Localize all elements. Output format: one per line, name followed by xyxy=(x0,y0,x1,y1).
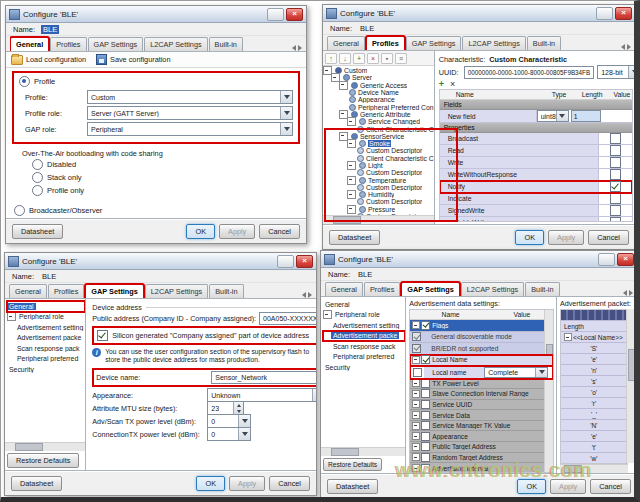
help-button[interactable] xyxy=(267,8,284,21)
tree-item[interactable]: Humidity xyxy=(323,191,434,198)
packet-row[interactable]: 'S' xyxy=(561,343,627,354)
titlebar[interactable]: Configure 'BLE' × xyxy=(323,5,635,22)
packet-row[interactable]: 'r' xyxy=(561,398,627,409)
property-checkbox[interactable] xyxy=(610,193,621,204)
tree-toolbar-icon[interactable]: × xyxy=(367,53,379,64)
help-button[interactable] xyxy=(277,255,294,268)
field-type-select[interactable]: uint8 xyxy=(537,110,569,122)
name-input[interactable]: BLE xyxy=(41,25,59,34)
packet-row[interactable]: 'e' xyxy=(561,431,627,442)
packet-row[interactable]: 'n' xyxy=(561,365,627,376)
adv-checkbox[interactable] xyxy=(421,321,430,330)
tree-item[interactable]: Generic Attribute xyxy=(323,111,434,118)
apply-button[interactable]: Apply xyxy=(548,230,584,245)
tree-item[interactable]: Generic Access xyxy=(323,82,434,89)
radio-icon[interactable] xyxy=(32,159,43,170)
property-row[interactable]: Indicate xyxy=(440,193,633,205)
save-configuration-button[interactable]: Save configuration xyxy=(96,54,170,65)
property-checkbox[interactable] xyxy=(610,181,621,192)
chevron-down-icon[interactable] xyxy=(238,428,250,440)
expander-icon[interactable] xyxy=(412,356,420,364)
tree-item[interactable]: Service Changed xyxy=(323,118,434,125)
tab[interactable]: Profiles xyxy=(48,284,84,298)
radio-option[interactable]: Disabled xyxy=(32,158,306,171)
tree-item[interactable]: Custom Descriptor xyxy=(323,184,434,191)
radio-icon[interactable] xyxy=(32,172,43,183)
radio-option[interactable]: Profile only xyxy=(32,184,306,197)
adv-row[interactable]: Flags xyxy=(410,320,553,332)
tree-item[interactable]: Peripheral preferred xyxy=(323,352,405,363)
packet-row[interactable]: 's' xyxy=(561,376,627,387)
uuid-input[interactable]: 00000000-0000-1000-8000-00805F9B34FB xyxy=(464,66,595,79)
adv-checkbox[interactable] xyxy=(412,344,421,353)
mtu-value[interactable]: 23 xyxy=(208,402,233,414)
adv-checkbox[interactable] xyxy=(421,389,430,398)
load-configuration-button[interactable]: Load configuration xyxy=(11,55,86,65)
expander-icon[interactable] xyxy=(347,161,356,170)
tree-toolbar-icon[interactable]: + xyxy=(353,53,365,64)
scrollbar-thumb[interactable] xyxy=(628,349,635,381)
chevron-down-icon[interactable] xyxy=(280,91,292,103)
tree-item[interactable]: Custom Descriptor xyxy=(323,169,434,176)
broadcaster-radio[interactable] xyxy=(14,205,25,216)
cancel-button[interactable]: Cancel xyxy=(590,479,631,494)
adv-checkbox[interactable] xyxy=(421,355,430,364)
tree-item[interactable]: Client Characteristic C xyxy=(323,155,434,162)
tab[interactable]: L2CAP Settings xyxy=(461,282,524,296)
tree-item[interactable]: Custom Descriptor xyxy=(323,147,434,154)
tree-item[interactable]: Temperature xyxy=(323,176,434,183)
tree-item[interactable]: Scan response pack xyxy=(323,341,405,352)
packet-row[interactable]: 'e' xyxy=(561,354,627,365)
tree-item[interactable]: Peripheral role xyxy=(7,312,85,323)
expander-icon[interactable] xyxy=(347,117,356,126)
close-button[interactable]: × xyxy=(286,8,303,21)
adv-row[interactable]: Local Name xyxy=(410,355,553,367)
profile-radio[interactable] xyxy=(19,76,30,87)
vertical-scrollbar[interactable] xyxy=(544,310,553,472)
tab[interactable]: Built-in xyxy=(527,36,561,50)
horizontal-scrollbar[interactable] xyxy=(323,215,434,224)
adv-row[interactable]: Service UUID xyxy=(410,400,553,411)
adv-checkbox[interactable] xyxy=(421,400,430,409)
property-checkbox[interactable] xyxy=(610,217,621,222)
chevron-down-icon[interactable] xyxy=(628,66,635,78)
add-field-icon[interactable]: + xyxy=(439,79,444,89)
restore-defaults-button[interactable]: Restore Defaults xyxy=(323,458,382,471)
adv-value-select[interactable]: Complete xyxy=(484,367,548,378)
chevron-down-icon[interactable] xyxy=(280,107,292,119)
ok-button[interactable]: OK xyxy=(515,230,544,245)
combo-select[interactable]: Server (GATT Server) xyxy=(87,106,293,120)
properties-group-row[interactable]: Properties xyxy=(440,123,633,133)
tab[interactable]: L2CAP Settings xyxy=(144,37,207,51)
tab[interactable]: Built-in xyxy=(525,282,559,296)
tree-item[interactable]: Security xyxy=(323,362,405,373)
adv-checkbox[interactable] xyxy=(413,368,422,377)
vertical-scrollbar[interactable] xyxy=(626,309,635,463)
expander-icon[interactable] xyxy=(412,422,420,430)
expander-icon[interactable] xyxy=(412,432,420,440)
cancel-button[interactable]: Cancel xyxy=(269,476,310,491)
close-button[interactable]: × xyxy=(615,7,632,20)
adv-checkbox[interactable] xyxy=(412,332,421,341)
expander-icon[interactable] xyxy=(347,205,356,214)
packet-row[interactable]: Length xyxy=(561,321,627,332)
property-row[interactable]: Notify xyxy=(440,181,633,193)
cancel-button[interactable]: Cancel xyxy=(588,230,629,245)
adv-row[interactable]: BR/EDR not supported xyxy=(410,343,553,355)
tree-item[interactable]: Security xyxy=(7,364,85,375)
device-name-input[interactable]: Sensor_Network xyxy=(211,371,316,384)
tree-item[interactable]: Scan response pack xyxy=(7,343,85,354)
adv-checkbox[interactable] xyxy=(421,379,430,388)
tab[interactable]: Profiles xyxy=(50,37,86,51)
datasheet-button[interactable]: Datasheet xyxy=(329,230,380,245)
expander-icon[interactable] xyxy=(339,81,348,90)
adv-row[interactable]: TX Power Level xyxy=(410,379,553,390)
apply-button[interactable]: Apply xyxy=(229,476,265,491)
broadcaster-radio-row[interactable]: Broadcaster/Observer xyxy=(14,204,306,217)
horizontal-scrollbar[interactable] xyxy=(321,447,405,456)
field-length-input[interactable]: 1 xyxy=(571,110,601,122)
chevron-down-icon[interactable] xyxy=(280,123,292,135)
apply-button[interactable]: Apply xyxy=(219,224,255,239)
adv-checkbox[interactable] xyxy=(421,421,430,430)
ok-button[interactable]: OK xyxy=(196,476,225,491)
